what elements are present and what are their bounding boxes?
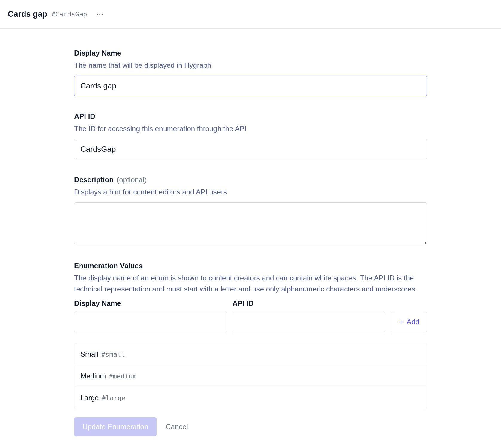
svg-point-2 bbox=[102, 14, 103, 15]
description-textarea[interactable] bbox=[74, 202, 427, 244]
field-description: Description (optional) Displays a hint f… bbox=[74, 176, 427, 245]
display-name-label: Display Name bbox=[74, 49, 121, 57]
enum-add-row: Display Name API ID Add bbox=[74, 299, 427, 332]
more-menu-button[interactable] bbox=[97, 13, 103, 16]
page-header: Cards gap #CardsGap bbox=[0, 0, 501, 29]
enum-values-label: Enumeration Values bbox=[74, 262, 143, 270]
form-actions: Update Enumeration Cancel bbox=[74, 417, 427, 436]
enum-item-name: Small bbox=[80, 350, 98, 358]
enum-item-tag: #large bbox=[102, 394, 125, 402]
enum-item-name: Medium bbox=[80, 372, 106, 380]
enum-item[interactable]: Medium #medium bbox=[74, 365, 427, 387]
page-tag: #CardsGap bbox=[51, 10, 87, 18]
api-id-hint: The ID for accessing this enumeration th… bbox=[74, 123, 427, 134]
svg-point-0 bbox=[97, 14, 98, 15]
plus-icon bbox=[398, 319, 404, 325]
enum-api-col: API ID bbox=[233, 299, 386, 332]
enum-item[interactable]: Small #small bbox=[74, 343, 427, 365]
enum-list: Small #small Medium #medium Large #large bbox=[74, 343, 427, 409]
enum-item-tag: #small bbox=[101, 351, 125, 358]
enum-item-name: Large bbox=[80, 394, 99, 402]
description-label: Description bbox=[74, 176, 114, 184]
enum-display-input[interactable] bbox=[74, 312, 227, 332]
api-id-label: API ID bbox=[74, 112, 95, 120]
enum-display-col: Display Name bbox=[74, 299, 227, 332]
enum-values-hint: The display name of an enum is shown to … bbox=[74, 272, 427, 294]
enum-col-display-label: Display Name bbox=[74, 299, 227, 308]
field-enum-values: Enumeration Values The display name of a… bbox=[74, 262, 427, 409]
description-optional: (optional) bbox=[117, 176, 146, 184]
field-display-name: Display Name The name that will be displ… bbox=[74, 49, 427, 96]
add-enum-label: Add bbox=[407, 318, 419, 326]
dots-horizontal-icon bbox=[97, 13, 103, 16]
enum-item-tag: #medium bbox=[109, 372, 137, 380]
add-enum-button[interactable]: Add bbox=[391, 312, 427, 332]
field-api-id: API ID The ID for accessing this enumera… bbox=[74, 112, 427, 159]
update-enumeration-button[interactable]: Update Enumeration bbox=[74, 417, 157, 436]
enum-item[interactable]: Large #large bbox=[74, 387, 427, 409]
description-hint: Displays a hint for content editors and … bbox=[74, 186, 427, 197]
enum-col-api-label: API ID bbox=[233, 299, 386, 308]
api-id-input[interactable] bbox=[74, 139, 427, 159]
svg-point-1 bbox=[99, 14, 100, 15]
enum-api-input[interactable] bbox=[233, 312, 386, 332]
cancel-button[interactable]: Cancel bbox=[166, 423, 188, 431]
form-content: Display Name The name that will be displ… bbox=[74, 29, 427, 448]
page-title: Cards gap bbox=[8, 10, 47, 19]
display-name-input[interactable] bbox=[74, 76, 427, 96]
display-name-hint: The name that will be displayed in Hygra… bbox=[74, 60, 427, 71]
